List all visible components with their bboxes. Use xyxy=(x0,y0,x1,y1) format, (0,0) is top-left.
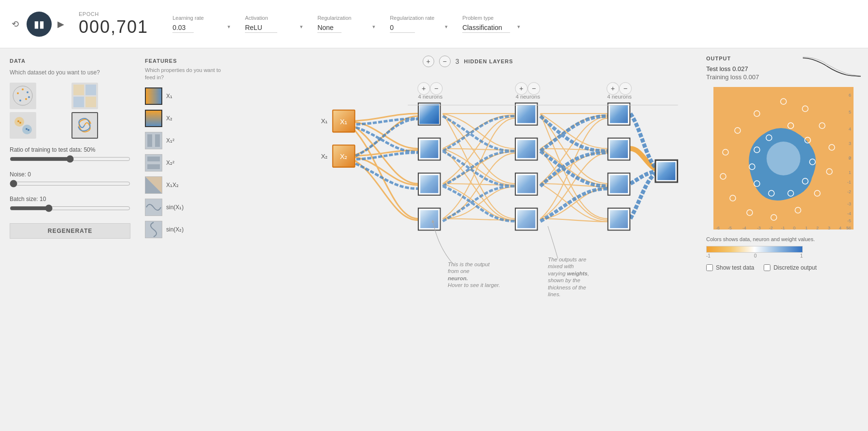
svg-text:0: 0 xyxy=(849,156,851,160)
layer-count: 3 xyxy=(455,57,459,65)
svg-point-2 xyxy=(17,92,19,94)
remove-layer-button[interactable]: − xyxy=(439,56,451,67)
batch-slider[interactable] xyxy=(10,204,130,212)
ratio-slider[interactable] xyxy=(10,155,130,163)
svg-text:−: − xyxy=(434,85,438,92)
problem-type-select-wrapper: Classification Regression xyxy=(462,23,520,33)
batch-slider-group: Batch size: 10 xyxy=(10,196,130,214)
gradient-labels: -1 0 1 xyxy=(706,253,803,259)
svg-rect-40 xyxy=(420,175,438,193)
feature-x2sq[interactable]: X₂² xyxy=(145,154,232,172)
feature-x1x2-thumb[interactable] xyxy=(145,176,162,194)
svg-text:5: 5 xyxy=(846,226,849,230)
regenerate-button[interactable]: REGENERATE xyxy=(10,223,130,239)
data-description: Which dataset do you want to use? xyxy=(10,69,130,77)
discretize-output-checkbox[interactable] xyxy=(764,264,770,271)
feature-sinx2[interactable]: sin(X₂) xyxy=(145,221,232,238)
svg-text:+: + xyxy=(519,85,523,92)
svg-rect-42 xyxy=(517,105,535,123)
activation-select[interactable]: ReLU Tanh Sigmoid Linear xyxy=(245,23,277,33)
epoch-label: Epoch xyxy=(79,11,148,17)
problem-type-select[interactable]: Classification Regression xyxy=(462,23,510,33)
dataset-item-circular[interactable] xyxy=(10,83,36,109)
feature-sinx2-thumb[interactable] xyxy=(145,221,162,238)
discretize-output-label[interactable]: Discretize output xyxy=(764,264,816,271)
network-svg: X₁ X₂ 4 neurons 4 neurons 4 neurons + − … xyxy=(242,71,694,351)
checkboxes: Show test data Discretize output xyxy=(706,264,861,271)
svg-rect-10 xyxy=(85,85,96,95)
svg-rect-8 xyxy=(73,85,84,95)
discretize-output-text: Discretize output xyxy=(773,264,816,271)
show-test-data-checkbox[interactable] xyxy=(706,264,713,271)
output-canvas: 6 5 4 3 2 1 0 -1 -2 -3 -4 -5 -6 -6 -5 -4… xyxy=(706,87,861,230)
annotation1-line1: This is the output xyxy=(448,261,490,267)
test-loss-text: Test loss 0.027 xyxy=(706,65,759,72)
features-desc: Which properties do you want to feed in? xyxy=(145,67,232,82)
svg-rect-22 xyxy=(155,134,160,147)
svg-text:varying weights,: varying weights, xyxy=(548,271,589,276)
reset-button[interactable]: ⟲ xyxy=(10,17,21,31)
svg-rect-19 xyxy=(146,111,161,126)
color-legend-text: Colors shows data, neuron and weight val… xyxy=(706,236,861,243)
svg-text:X₂: X₂ xyxy=(340,153,348,160)
svg-point-5 xyxy=(25,98,27,100)
svg-rect-21 xyxy=(147,134,152,147)
reg-rate-select[interactable]: 0 0.001 0.01 xyxy=(390,23,415,33)
gradient-bar xyxy=(706,246,803,253)
regularization-select[interactable]: None L1 L2 xyxy=(317,23,342,33)
epoch-value: 000,701 xyxy=(79,17,148,37)
pause-button[interactable]: ▮▮ xyxy=(27,12,52,37)
network-visualization: X₁ X₂ 4 neurons 4 neurons 4 neurons + − … xyxy=(242,71,694,351)
layer1-label: 4 neurons xyxy=(418,94,443,100)
playback-controls: ⟲ ▮▮ ▶ xyxy=(10,12,64,37)
dataset-item-gauss[interactable] xyxy=(10,112,36,139)
svg-text:-2: -2 xyxy=(847,189,851,194)
svg-text:-5: -5 xyxy=(728,226,732,230)
dataset-item-spiral[interactable] xyxy=(71,112,98,139)
left-panel: DATA Which dataset do you want to use? xyxy=(0,48,140,431)
svg-rect-49 xyxy=(610,210,628,228)
svg-rect-43 xyxy=(517,140,535,158)
feature-sinx1[interactable]: sin(X₁) xyxy=(145,199,232,216)
svg-point-6 xyxy=(22,88,24,90)
feature-x2sq-thumb[interactable] xyxy=(145,154,162,172)
svg-text:2: 2 xyxy=(816,226,819,230)
activation-group: Activation ReLU Tanh Sigmoid Linear xyxy=(245,15,303,33)
reg-rate-select-wrapper: 0 0.001 0.01 xyxy=(390,23,448,33)
feature-x2[interactable]: X₂ xyxy=(145,110,232,127)
loss-info: Test loss 0.027 Training loss 0.007 xyxy=(706,65,759,81)
feature-x1x2[interactable]: X₁X₂ xyxy=(145,176,232,194)
show-test-data-label[interactable]: Show test data xyxy=(706,264,754,271)
dataset-item-xor[interactable] xyxy=(71,83,98,109)
feature-x2sq-label: X₂² xyxy=(166,159,174,166)
feature-x1-thumb[interactable] xyxy=(145,87,162,105)
feature-x1sq-thumb[interactable] xyxy=(145,132,162,149)
noise-label: Noise: 0 xyxy=(10,171,130,178)
ratio-label: Ratio of training to test data: 50% xyxy=(10,146,130,153)
noise-slider[interactable] xyxy=(10,180,130,187)
svg-rect-46 xyxy=(610,105,628,123)
svg-text:3: 3 xyxy=(849,141,851,146)
layer3-label: 4 neurons xyxy=(607,94,632,100)
feature-x1sq[interactable]: X₁² xyxy=(145,132,232,149)
feature-x1x2-label: X₁X₂ xyxy=(166,182,179,188)
network-header: + − 3 HIDDEN LAYERS xyxy=(242,56,694,67)
feature-sinx1-thumb[interactable] xyxy=(145,199,162,216)
main-content: DATA Which dataset do you want to use? xyxy=(0,48,868,431)
svg-text:+: + xyxy=(611,85,615,92)
step-button[interactable]: ▶ xyxy=(57,19,64,29)
epoch-group: Epoch 000,701 xyxy=(79,11,148,37)
dataset-grid xyxy=(10,83,130,139)
svg-rect-39 xyxy=(420,140,438,158)
svg-rect-9 xyxy=(85,97,96,107)
add-layer-button[interactable]: + xyxy=(423,56,434,67)
learning-rate-select[interactable]: 0.03 0.01 0.1 xyxy=(172,23,194,33)
feature-x2-thumb[interactable] xyxy=(145,110,162,127)
feature-x1[interactable]: X₁ xyxy=(145,87,232,105)
svg-rect-24 xyxy=(147,157,160,161)
problem-type-label: Problem type xyxy=(462,15,520,21)
svg-text:mixed with: mixed with xyxy=(548,263,574,269)
right-panel: OUTPUT Test loss 0.027 Training loss 0.0… xyxy=(699,48,868,431)
train-loss-text: Training loss 0.007 xyxy=(706,73,759,81)
feature-x1sq-label: X₁² xyxy=(166,137,174,144)
